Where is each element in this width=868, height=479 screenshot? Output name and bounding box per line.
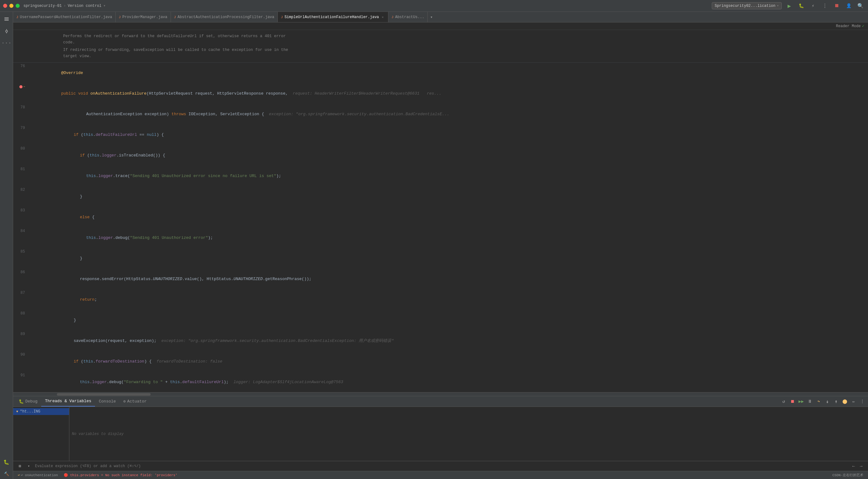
build-sidebar-icon[interactable]: 🔨	[2, 469, 11, 479]
line-number-90: 90	[13, 351, 29, 358]
line-content-86[interactable]: response.sendError(HttpStatus.UNAUTHORIZ…	[29, 269, 868, 289]
line-content-82[interactable]: }	[29, 186, 868, 207]
commit-icon[interactable]	[2, 26, 11, 36]
line-content-77[interactable]: public void onAuthenticationFailure(Http…	[29, 84, 868, 104]
expand-left-icon[interactable]: ←	[850, 462, 857, 470]
tab-provider-manager[interactable]: J ProviderManager.java	[116, 12, 171, 22]
edit-watches-button[interactable]: ✏	[850, 398, 857, 405]
reader-mode-label[interactable]: Reader Mode ✓	[836, 24, 864, 28]
line-content-78[interactable]: AuthenticationException exception) throw…	[29, 104, 868, 125]
line-content-83[interactable]: else {	[29, 207, 868, 228]
code-line-88: 88 }	[13, 310, 868, 331]
more-tools-icon[interactable]: ···	[2, 38, 11, 48]
csdn-label: CSDN·左右行的艺术	[832, 473, 863, 477]
more-actions-button[interactable]: ⋮	[820, 2, 829, 10]
line-content-80[interactable]: if (this.logger.isTraceEnabled()) {	[29, 145, 868, 166]
line-number-87: 87	[13, 289, 29, 296]
filter-dropdown-icon[interactable]: ▾	[25, 462, 32, 470]
line-content-76[interactable]: @Override	[29, 63, 868, 84]
tab-username-filter[interactable]: J UsernamePasswordAuthenticationFilter.j…	[13, 12, 116, 22]
status-bar-left: ↩ ↩ onAuthentication 🔴 this.providers = …	[16, 473, 178, 478]
run-button[interactable]: ▶	[785, 2, 794, 10]
line-number-88: 88	[13, 310, 29, 317]
filter-icon[interactable]: ⊞	[16, 462, 24, 470]
debug-tab-debug[interactable]: 🐛 Debug	[15, 396, 41, 407]
debug-more-button[interactable]: ⋮	[859, 398, 866, 405]
tab-abstract-us[interactable]: J AbstractUs...	[389, 12, 428, 22]
line-content-91[interactable]: this.logger.debug("Forwarding to " + thi…	[29, 372, 868, 392]
code-line-77: → public void onAuthenticationFailure(Ht…	[13, 84, 868, 104]
line-number-83: 83	[13, 207, 29, 214]
minimize-window-btn[interactable]	[9, 4, 13, 8]
run-config-selector[interactable]: Springsecurity02...lication ▾	[712, 2, 782, 9]
window-controls[interactable]	[3, 4, 20, 8]
line-number-89: 89	[13, 331, 29, 338]
tab-close-icon[interactable]: ✕	[380, 15, 385, 19]
console-label: Console	[99, 399, 116, 404]
code-line-83: 83 else {	[13, 207, 868, 228]
line-content-87[interactable]: return;	[29, 289, 868, 310]
maximize-window-btn[interactable]	[16, 4, 20, 8]
line-number-84: 84	[13, 228, 29, 234]
horizontal-scroll-thumb[interactable]	[57, 393, 151, 395]
coverage-button[interactable]: ⚡	[809, 2, 817, 10]
code-line-87: 87 return;	[13, 289, 868, 310]
debug-tab-actuator[interactable]: ⚙ Actuator	[120, 396, 151, 407]
tabs-bar: J UsernamePasswordAuthenticationFilter.j…	[13, 12, 868, 23]
tab-abstract-auth-filter[interactable]: J AbstractAuthenticationProcessingFilter…	[171, 12, 278, 22]
line-content-90[interactable]: if (this.forwardToDestination) { forward…	[29, 351, 868, 372]
debug-sidebar-icon[interactable]: 🐛	[2, 457, 11, 467]
line-content-79[interactable]: if (this.defaultFailureUrl == null) {	[29, 125, 868, 145]
thread-label: "ht...ING	[20, 409, 40, 414]
csdn-link[interactable]: CSDN·左右行的艺术	[831, 472, 865, 478]
rerun-debug-button[interactable]: ↺	[780, 398, 787, 405]
back-navigation-btn[interactable]: ↩ ↩ onAuthentication	[16, 473, 59, 478]
debug-tab-console[interactable]: Console	[95, 396, 120, 407]
threads-list: ▼ "ht...ING	[13, 407, 69, 461]
stop-button[interactable]: ⏹	[832, 2, 841, 10]
debug-toolbar: ↺ ⏹ ▶▶ ⏸ ↷ ↡ ↟ ⬤ ✏ ⋮	[780, 398, 866, 405]
main-layout: ··· 🐛 🔨 J UsernamePasswordAuthentication…	[0, 12, 868, 479]
code-editor[interactable]: Performs the redirect or forward to the …	[13, 30, 868, 392]
code-line-89: 89 saveException(request, exception); ex…	[13, 331, 868, 351]
profile-button[interactable]: 👤	[844, 2, 853, 10]
version-control-label[interactable]: Version control	[68, 4, 101, 8]
stop-debug-button[interactable]: ⏹	[788, 398, 796, 405]
step-into-button[interactable]: ↡	[824, 398, 831, 405]
debug-button[interactable]: 🐛	[797, 2, 806, 10]
expression-bar: ⊞ ▾ ← →	[13, 461, 868, 471]
line-number-82: 82	[13, 186, 29, 193]
editor-area: J UsernamePasswordAuthenticationFilter.j…	[13, 12, 868, 479]
project-view-icon[interactable]	[2, 14, 11, 24]
line-number-91: 91	[13, 372, 29, 379]
expression-input[interactable]	[35, 464, 850, 468]
step-over-button[interactable]: ↷	[815, 398, 823, 405]
horizontal-scrollbar[interactable]	[13, 392, 868, 396]
line-number-76: 76	[13, 63, 29, 70]
code-line-76: 76 @Override	[13, 63, 868, 84]
line-number-81: 81	[13, 166, 29, 173]
code-line-84: 84 this.logger.debug("Sending 401 Unauth…	[13, 228, 868, 248]
line-content-85[interactable]: }	[29, 248, 868, 269]
code-line-80: 80 if (this.logger.isTraceEnabled()) {	[13, 145, 868, 166]
line-content-84[interactable]: this.logger.debug("Sending 401 Unauthori…	[29, 228, 868, 248]
tabs-overflow-button[interactable]: ▾	[428, 15, 435, 20]
expand-right-icon[interactable]: →	[857, 462, 865, 470]
line-content-88[interactable]: }	[29, 310, 868, 331]
tab-simple-url-failure[interactable]: J SimpleUrlAuthenticationFailureHandler.…	[278, 12, 389, 22]
debug-tab-threads[interactable]: Threads & Variables	[41, 396, 95, 407]
close-window-btn[interactable]	[3, 4, 7, 8]
thread-item-selected[interactable]: ▼ "ht...ING	[13, 408, 69, 415]
svg-point-3	[6, 30, 7, 32]
mute-breakpoints-button[interactable]: ⬤	[841, 398, 849, 405]
debug-tab-label: Debug	[25, 399, 37, 404]
line-content-81[interactable]: this.logger.trace("Sending 401 Unauthori…	[29, 166, 868, 186]
breakpoint-dot-77[interactable]	[19, 85, 23, 88]
resume-debug-button[interactable]: ▶▶	[797, 398, 805, 405]
debug-arrow-77: →	[23, 84, 25, 90]
line-content-89[interactable]: saveException(request, exception); excep…	[29, 331, 868, 351]
step-out-button[interactable]: ↟	[832, 398, 840, 405]
debug-tab-icon: 🐛	[19, 399, 24, 404]
pause-debug-button[interactable]: ⏸	[806, 398, 814, 405]
search-everywhere-button[interactable]: 🔍	[856, 2, 865, 10]
